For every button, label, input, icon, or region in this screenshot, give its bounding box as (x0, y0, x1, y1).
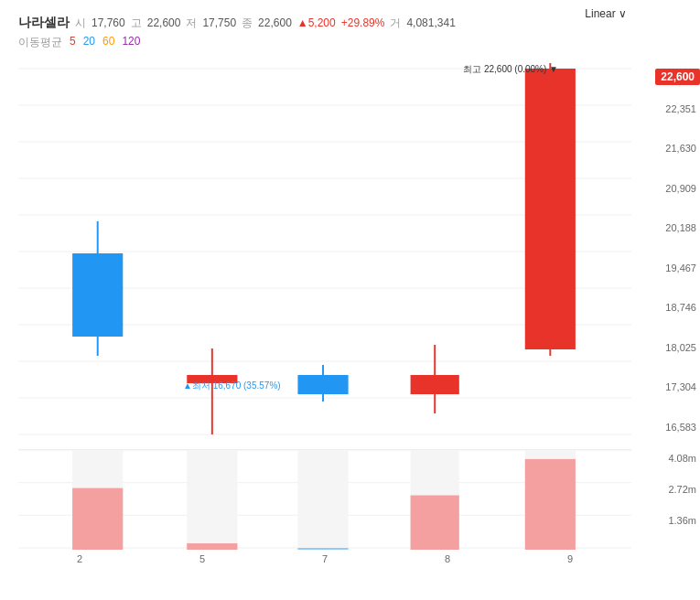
vol-4m: 4.08m (635, 453, 696, 464)
ma-label: 이동평균 (18, 35, 62, 50)
volume-axis: 4.08m 2.72m 1.36m (631, 449, 700, 550)
close-value: 22,600 (258, 16, 292, 29)
price-20909: 20,909 (635, 183, 696, 194)
x-label-8: 8 (445, 553, 450, 564)
close-label: 종 (242, 16, 253, 31)
volume-svg (18, 450, 631, 550)
svg-rect-39 (525, 459, 576, 550)
ma60-label: 60 (102, 35, 114, 50)
price-18025: 18,025 (635, 342, 696, 353)
ma-labels: 이동평균 5 20 60 120 (9, 33, 700, 54)
volume-label: 거 (390, 16, 401, 31)
x-axis: 2 5 7 8 9 (18, 550, 631, 568)
svg-rect-31 (187, 450, 237, 550)
price-22351: 22,351 (635, 103, 696, 114)
annotation-low-text: ▲최저 16,670 (35.57%) (183, 380, 281, 392)
annotation-high: 최고 22,600 (0.00%) ▼ (18, 63, 631, 76)
open-value: 17,760 (92, 16, 125, 29)
stock-name: 나라셀라 (18, 15, 70, 31)
x-label-5: 5 (199, 553, 205, 564)
svg-rect-12 (72, 253, 123, 337)
current-price-badge: 22,600 (655, 69, 700, 85)
annotation-low: ▲최저 16,670 (35.57%) (18, 380, 631, 392)
chart-area: 최고 22,600 (0.00%) ▼ ▲최저 16,670 (35.57%) (9, 56, 700, 531)
vol-1m: 1.36m (635, 515, 696, 526)
ma5-label: 5 (70, 35, 76, 50)
chart-container: 나라셀라 시 17,760 고 22,600 저 17,750 종 22,600… (0, 0, 700, 600)
price-16583: 16,583 (635, 422, 696, 433)
price-20188: 20,188 (635, 222, 696, 233)
price-17304: 17,304 (635, 381, 696, 392)
price-axis: 22,600 22,351 21,630 20,909 20,188 19,46… (631, 56, 700, 440)
ma120-label: 120 (122, 35, 140, 50)
svg-rect-36 (187, 543, 237, 550)
price-19467: 19,467 (635, 262, 696, 273)
svg-rect-38 (411, 496, 459, 550)
svg-rect-24 (525, 69, 576, 349)
price-21630: 21,630 (635, 143, 696, 154)
svg-rect-35 (72, 488, 123, 550)
vol-2m: 2.72m (635, 484, 696, 495)
annotation-high-text: 최고 22,600 (0.00%) ▼ (463, 63, 558, 76)
ma20-label: 20 (83, 35, 95, 50)
high-value: 22,600 (147, 16, 181, 29)
volume-chart (18, 449, 631, 550)
x-label-9: 9 (567, 553, 573, 564)
linear-button[interactable]: Linear ∨ (585, 7, 627, 20)
open-label: 시 (75, 16, 86, 31)
low-value: 17,750 (202, 16, 236, 29)
x-label-2: 2 (77, 553, 82, 564)
high-label: 고 (131, 16, 142, 31)
svg-rect-32 (297, 450, 348, 550)
x-label-7: 7 (322, 553, 328, 564)
change-up: ▲5,200 (297, 16, 336, 29)
change-pct: +29.89% (341, 16, 385, 29)
low-label: 저 (186, 16, 197, 31)
candle-chart: 최고 22,600 (0.00%) ▼ ▲최저 16,670 (35.57%) (18, 56, 631, 440)
price-18746: 18,746 (635, 302, 696, 313)
volume-value: 4,081,341 (406, 16, 455, 29)
